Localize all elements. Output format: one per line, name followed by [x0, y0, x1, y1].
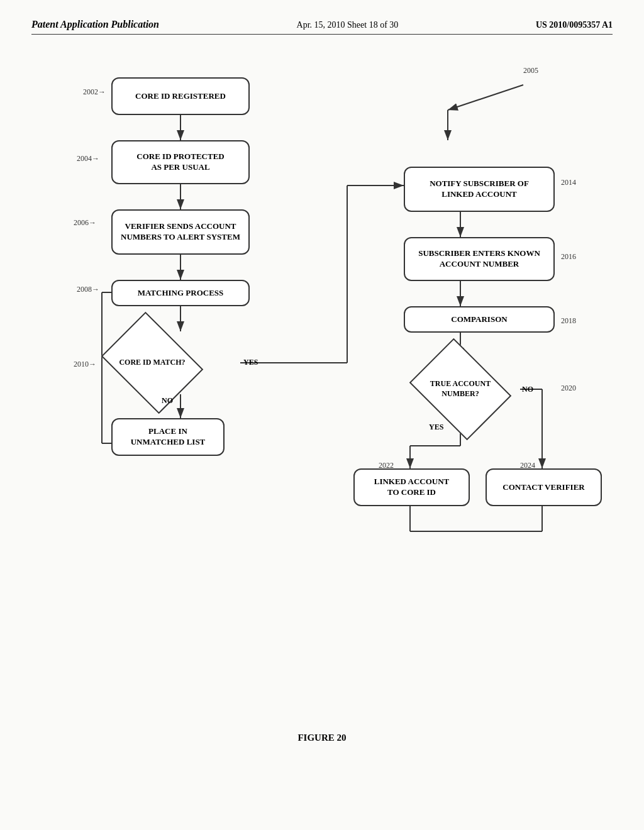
box-unmatched-list: PLACE IN UNMATCHED LIST [111, 418, 225, 456]
node-2016-ref: 2016 [561, 252, 576, 262]
box-notify-subscriber: NOTIFY SUBSCRIBER OF LINKED ACCOUNT [404, 167, 555, 212]
box-contact-verifier: CONTACT VERIFIER [486, 468, 602, 506]
page-header: Patent Application Publication Apr. 15, … [31, 19, 613, 35]
node-2004-ref: 2004→ [77, 154, 99, 163]
node-2018-ref: 2018 [561, 316, 576, 326]
node-2002-ref: 2002→ [83, 87, 106, 97]
yes-label-2010: YES [243, 358, 258, 367]
box-core-id-registered: CORE ID REGISTERED [111, 77, 250, 115]
box-subscriber-enters: SUBSCRIBER ENTERS KNOWN ACCOUNT NUMBER [404, 237, 555, 281]
header-publication-type: Patent Application Publication [31, 19, 159, 30]
box-linked-account: LINKED ACCOUNT TO CORE ID [353, 468, 470, 506]
node-2010-ref: 2010→ [74, 360, 96, 369]
box-verifier-sends: VERIFIER SENDS ACCOUNT NUMBERS TO ALERT … [111, 209, 250, 255]
node-2020-ref: 2020 [561, 384, 576, 393]
node-2005-label: 2005 [523, 66, 538, 75]
node-2008-ref: 2008→ [77, 285, 99, 294]
box-core-id-protected: CORE ID PROTECTED AS PER USUAL [111, 140, 250, 184]
no-label-2020: NO [522, 385, 533, 394]
header-patent-number: US 2010/0095357 A1 [536, 20, 613, 30]
diamond-core-id-match: CORE ID MATCH? [111, 331, 193, 394]
header-date-sheet: Apr. 15, 2010 Sheet 18 of 30 [297, 20, 399, 30]
no-label-2010: NO [162, 396, 173, 406]
node-2014-ref: 2014 [561, 178, 576, 187]
yes-label-2020: YES [429, 423, 443, 432]
node-2006-ref: 2006→ [74, 218, 96, 228]
figure-caption: FIGURE 20 [31, 733, 613, 743]
box-comparison: COMPARISON [404, 306, 555, 333]
diamond-true-account: TRUE ACCOUNT NUMBER? [419, 358, 501, 421]
page: Patent Application Publication Apr. 15, … [0, 0, 644, 830]
flowchart-diagram: 2005 2002→ CORE ID REGISTERED 2004→ CORE… [45, 47, 599, 726]
svg-line-23 [448, 85, 523, 110]
box-matching-process: MATCHING PROCESS [111, 280, 250, 306]
